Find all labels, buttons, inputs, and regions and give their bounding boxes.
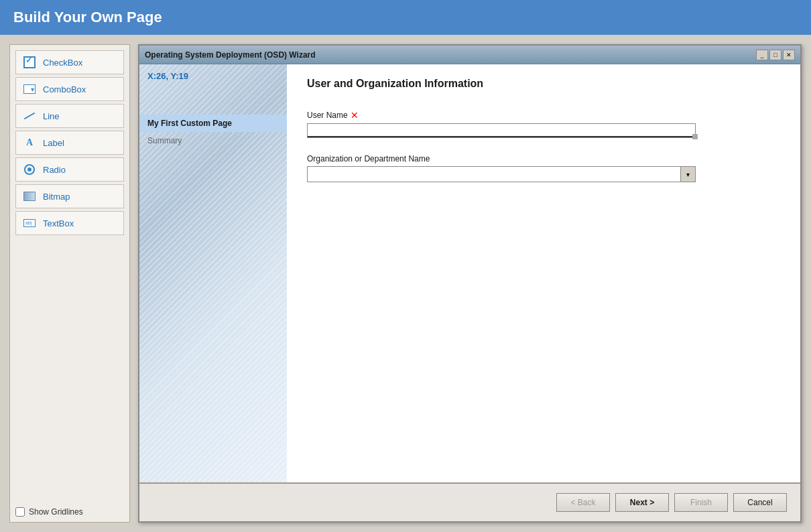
show-gridlines-checkbox[interactable] xyxy=(15,507,25,517)
nav-item-summary[interactable]: Summary xyxy=(139,132,287,149)
content-title: User and Organization Information xyxy=(307,78,780,90)
main-layout: CheckBox ComboBox Line A Label Radio xyxy=(0,35,811,532)
radio-icon xyxy=(21,161,38,178)
wizard-nav: My First Custom Page Summary xyxy=(139,115,287,149)
textbox-icon xyxy=(21,215,38,231)
toolbar-item-bitmap[interactable]: Bitmap xyxy=(15,184,124,208)
wizard-banner: X:26, Y:19 My First Custom Page Summary xyxy=(139,64,287,482)
required-marker: ✕ xyxy=(351,110,359,121)
toolbar-item-label[interactable]: A Label xyxy=(15,131,124,155)
cancel-button[interactable]: Cancel xyxy=(733,493,787,512)
combobox-icon xyxy=(21,81,38,97)
titlebar-buttons: _ □ ✕ xyxy=(756,50,795,60)
combobox-arrow[interactable]: ▾ xyxy=(680,167,695,182)
toolbar-item-combobox[interactable]: ComboBox xyxy=(15,77,124,101)
checkbox-icon xyxy=(21,54,38,70)
toolbar-divider xyxy=(15,238,124,496)
maximize-button[interactable]: □ xyxy=(769,50,782,60)
textbox-label: TextBox xyxy=(43,218,74,228)
toolbar: CheckBox ComboBox Line A Label Radio xyxy=(9,44,130,523)
bitmap-label: Bitmap xyxy=(43,192,70,202)
user-name-input[interactable] xyxy=(307,123,696,138)
toolbar-item-radio[interactable]: Radio xyxy=(15,157,124,182)
wizard-title: Operating System Deployment (OSD) Wizard xyxy=(145,50,316,60)
toolbar-item-line[interactable]: Line xyxy=(15,104,124,128)
line-icon xyxy=(21,108,38,124)
wizard-footer: < Back Next > Finish Cancel xyxy=(139,482,800,521)
org-name-combobox[interactable]: ▾ xyxy=(307,166,696,182)
wizard-content: User and Organization Information User N… xyxy=(287,64,800,482)
user-name-label: User Name ✕ xyxy=(307,110,696,121)
bitmap-icon xyxy=(21,188,38,204)
next-button[interactable]: Next > xyxy=(615,493,669,512)
toolbar-item-textbox[interactable]: TextBox xyxy=(15,211,124,235)
wizard-body: X:26, Y:19 My First Custom Page Summary … xyxy=(139,64,800,482)
combobox-label: ComboBox xyxy=(43,84,86,94)
page-header: Build Your Own Page xyxy=(0,0,811,35)
coordinates-display: X:26, Y:19 xyxy=(139,64,287,88)
label-icon: A xyxy=(21,135,38,151)
org-name-field-group: Organization or Department Name ▾ xyxy=(307,154,780,182)
nav-item-custom-page[interactable]: My First Custom Page xyxy=(139,115,287,132)
back-button[interactable]: < Back xyxy=(556,493,610,512)
label-label: Label xyxy=(43,138,64,148)
finish-button[interactable]: Finish xyxy=(674,493,728,512)
radio-label: Radio xyxy=(43,165,66,175)
wizard-titlebar: Operating System Deployment (OSD) Wizard… xyxy=(139,46,800,64)
user-name-field-group: User Name ✕ xyxy=(307,110,780,138)
org-name-label: Organization or Department Name xyxy=(307,154,780,163)
org-name-container: ▾ xyxy=(307,166,696,182)
wizard-window: Operating System Deployment (OSD) Wizard… xyxy=(138,44,802,523)
show-gridlines-label[interactable]: Show Gridlines xyxy=(29,507,83,517)
user-name-container: User Name ✕ xyxy=(307,110,696,138)
line-label: Line xyxy=(43,111,60,121)
page-title: Build Your Own Page xyxy=(13,9,162,26)
minimize-button[interactable]: _ xyxy=(756,50,768,60)
toolbar-item-checkbox[interactable]: CheckBox xyxy=(15,50,124,74)
close-button[interactable]: ✕ xyxy=(783,50,795,60)
show-gridlines-container: Show Gridlines xyxy=(15,507,124,517)
checkbox-label: CheckBox xyxy=(43,58,82,68)
